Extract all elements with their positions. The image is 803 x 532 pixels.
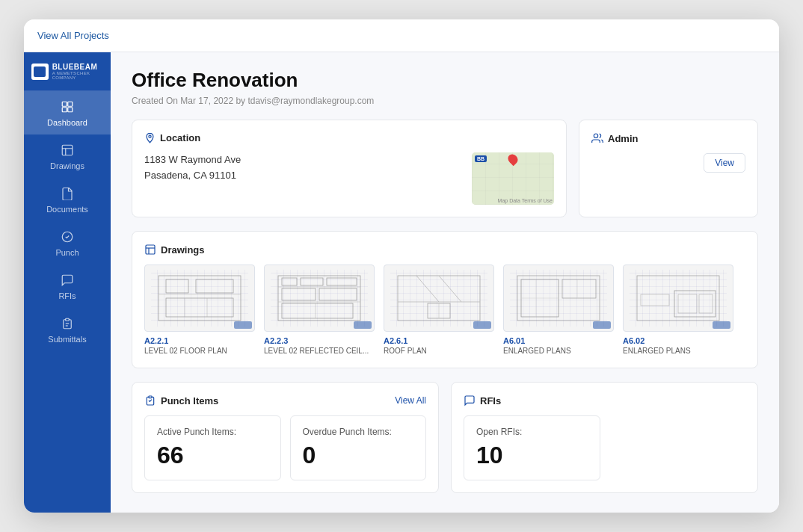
location-body: 1183 W Raymond Ave Pasadena, CA 91101 BB…: [144, 152, 554, 205]
drawing-thumb-4: [623, 265, 733, 332]
top-bar: View All Projects: [24, 19, 779, 52]
rfi-header: RFIs: [464, 395, 745, 406]
admin-card: Admin View: [579, 120, 758, 217]
drawing-name-2: ROOF PLAN: [384, 346, 494, 356]
blueprint-lines-1: [271, 270, 368, 327]
sidebar-item-punch[interactable]: Punch: [24, 221, 111, 265]
drawing-card-2[interactable]: A2.6.1 ROOF PLAN: [384, 265, 494, 356]
drawing-code-3: A6.01: [503, 336, 614, 345]
drawing-thumb-2: [384, 265, 494, 332]
svg-line-35: [439, 276, 461, 302]
drawing-thumb-1: [264, 265, 375, 332]
svg-point-11: [149, 135, 151, 137]
rfis-icon: [59, 272, 76, 288]
svg-rect-18: [166, 279, 188, 293]
project-title: Office Renovation: [132, 69, 758, 92]
logo-box: BLUEBEAM A NEMETSCHEK COMPANY: [31, 63, 103, 80]
view-all-projects-link[interactable]: View All Projects: [37, 30, 109, 41]
logo-sub: A NEMETSCHEK COMPANY: [52, 71, 103, 80]
svg-rect-29: [282, 288, 316, 300]
drawings-section: Drawings: [132, 231, 758, 368]
sidebar-item-drawings[interactable]: Drawings: [24, 134, 111, 178]
admin-label: Admin: [608, 133, 638, 144]
punch-section-label: Punch Items: [161, 395, 218, 406]
svg-rect-30: [319, 288, 357, 300]
admin-body: View: [591, 153, 745, 173]
project-meta: Created On Mar 17, 2022 by tdavis@raymon…: [132, 96, 758, 106]
drawing-code-2: A2.6.1: [384, 336, 494, 345]
drawings-icon: [59, 142, 76, 158]
svg-rect-3: [68, 108, 73, 112]
active-punch-label: Active Punch Items:: [157, 427, 268, 437]
svg-rect-26: [282, 278, 297, 285]
sidebar-item-label-rfis: RFIs: [58, 291, 76, 300]
app-shell: View All Projects BLUEBEAM A NEMETSCHEK …: [24, 19, 779, 513]
svg-rect-20: [166, 298, 233, 317]
drawing-name-4: ENLARGED PLANS: [623, 346, 733, 356]
rfi-section: RFIs Open RFIs: 10: [451, 382, 758, 493]
drawings-grid: A2.2.1 LEVEL 02 FLOOR PLAN: [144, 265, 745, 356]
sidebar: BLUEBEAM A NEMETSCHEK COMPANY Dashboard …: [24, 52, 111, 513]
punch-stats-grid: Active Punch Items: 66 Overdue Punch Ite…: [144, 415, 426, 480]
location-admin-row: Location 1183 W Raymond Ave Pasadena, CA…: [132, 120, 758, 217]
active-punch-card: Active Punch Items: 66: [144, 415, 281, 480]
svg-rect-19: [196, 279, 233, 293]
sidebar-item-submittals[interactable]: Submittals: [24, 308, 111, 351]
main-content: Office Renovation Created On Mar 17, 202…: [111, 52, 779, 513]
svg-rect-49: [641, 294, 669, 306]
punch-section: Punch Items View All Active Punch Items:…: [132, 382, 439, 493]
drawings-section-header: Drawings: [144, 244, 745, 256]
submittals-icon: [59, 315, 76, 332]
drawing-thumb-0: [144, 265, 255, 332]
overdue-punch-label: Overdue Punch Items:: [303, 427, 414, 437]
location-address: 1183 W Raymond Ave Pasadena, CA 91101: [144, 152, 463, 184]
open-rfi-value: 10: [476, 442, 588, 469]
svg-rect-41: [562, 279, 596, 298]
svg-rect-31: [282, 303, 353, 318]
drawing-card-3[interactable]: A6.01 ENLARGED PLANS: [503, 265, 614, 356]
svg-rect-8: [66, 318, 70, 321]
drawings-label: Drawings: [161, 244, 205, 256]
open-rfi-card: Open RFIs: 10: [464, 415, 600, 480]
rfi-section-label: RFIs: [480, 395, 501, 406]
svg-rect-13: [146, 245, 155, 254]
svg-line-34: [416, 276, 439, 302]
punch-view-all[interactable]: View All: [395, 395, 426, 406]
punch-icon: [59, 229, 76, 245]
blueprint-lines-3: [510, 270, 607, 327]
sidebar-item-dashboard[interactable]: Dashboard: [24, 91, 111, 134]
map-thumbnail: BB Map Data Terms of Use: [472, 152, 554, 205]
drawing-stamp-0: [234, 321, 252, 329]
logo-text-group: BLUEBEAM A NEMETSCHEK COMPANY: [52, 63, 103, 80]
svg-rect-50: [149, 396, 152, 398]
drawing-thumb-3: [503, 265, 614, 332]
documents-icon: [59, 185, 76, 202]
punch-header-left: Punch Items: [144, 395, 218, 406]
drawing-stamp-1: [354, 321, 372, 329]
bluebeam-logo-inner: [34, 66, 46, 77]
drawing-code-1: A2.2.3: [264, 336, 375, 345]
drawing-stamp-4: [713, 321, 730, 329]
sidebar-item-label-submittals: Submittals: [48, 335, 86, 344]
drawing-code-4: A6.02: [623, 336, 733, 345]
drawing-card-0[interactable]: A2.2.1 LEVEL 02 FLOOR PLAN: [144, 265, 255, 356]
svg-rect-2: [62, 108, 67, 112]
overdue-punch-card: Overdue Punch Items: 0: [290, 415, 427, 480]
rfi-header-left: RFIs: [464, 395, 501, 406]
blueprint-lines-4: [630, 270, 727, 327]
admin-section-header: Admin: [591, 132, 745, 144]
drawing-name-3: ENLARGED PLANS: [503, 346, 614, 356]
sidebar-item-documents[interactable]: Documents: [24, 178, 111, 221]
active-punch-value: 66: [157, 442, 268, 469]
drawing-name-0: LEVEL 02 FLOOR PLAN: [144, 346, 255, 356]
svg-rect-27: [301, 278, 323, 285]
admin-view-button[interactable]: View: [704, 153, 745, 173]
svg-point-12: [594, 134, 597, 137]
drawing-card-1[interactable]: A2.2.3 LEVEL 02 REFLECTED CEIL...: [264, 265, 375, 356]
bluebeam-logo-icon: [31, 64, 49, 80]
drawing-card-4[interactable]: A6.02 ENLARGED PLANS: [623, 265, 733, 356]
sidebar-item-rfis[interactable]: RFIs: [24, 265, 111, 308]
drawing-name-1: LEVEL 02 REFLECTED CEIL...: [264, 346, 375, 356]
overdue-punch-value: 0: [303, 442, 414, 469]
sidebar-logo: BLUEBEAM A NEMETSCHEK COMPANY: [24, 52, 111, 91]
